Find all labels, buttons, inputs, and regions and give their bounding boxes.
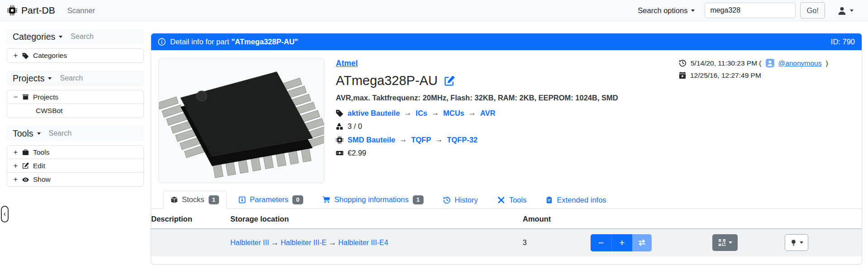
part-info: Atmel ATmega328P-AU AVR,max. Taktfrequen… <box>336 58 679 183</box>
chip-photo <box>159 58 324 183</box>
archive-icon <box>22 94 29 100</box>
add-stock-button[interactable]: + <box>611 234 632 251</box>
nav-scanner-link[interactable]: Scanner <box>67 6 95 15</box>
tree-item-label: Show <box>33 175 51 184</box>
edit-part-button[interactable] <box>444 76 455 86</box>
expand-icon[interactable]: + <box>13 175 18 184</box>
label-qr-dropdown-button[interactable] <box>712 234 738 251</box>
footprint-link[interactable]: TQFP <box>411 136 431 144</box>
tools-search-input[interactable] <box>48 129 116 138</box>
category-link[interactable]: ICs <box>416 109 428 118</box>
search-options-dropdown[interactable]: Search options <box>635 6 697 15</box>
tree-item-label: CWSBot <box>36 107 62 115</box>
arrow-right-icon: → <box>329 238 336 247</box>
tag-icon <box>336 109 343 117</box>
tab-extended-infos[interactable]: Extended infos <box>538 191 614 209</box>
tab-parameters[interactable]: Parameters 0 <box>231 191 311 209</box>
tab-shopping-informations[interactable]: Shopping informations 1 <box>315 191 431 209</box>
footprint-link[interactable]: SMD Bauteile <box>348 136 395 144</box>
avatar-icon <box>766 59 774 67</box>
go-button[interactable]: Go! <box>800 2 825 19</box>
user-menu-dropdown[interactable] <box>835 5 856 16</box>
caret-down-icon <box>59 36 62 38</box>
categories-search-input[interactable] <box>70 32 138 41</box>
swap-arrows-icon <box>638 238 646 247</box>
tab-badge: 1 <box>209 195 219 204</box>
tab-history[interactable]: History <box>435 191 486 209</box>
tab-label: History <box>455 196 478 204</box>
storage-location-link[interactable]: Halbleiter III-E4 <box>339 239 388 246</box>
modified-by-link[interactable]: @anonymous <box>778 59 822 67</box>
created-text: 12/25/16, 12:27:49 PM <box>690 71 761 80</box>
tree-item-cwsbot[interactable]: CWSBot <box>7 104 143 118</box>
collapse-minus-icon[interactable]: − <box>13 93 18 101</box>
sidebar-collapse-handle[interactable]: ‹ <box>1 206 9 222</box>
manufacturer-link[interactable]: Atmel <box>336 59 358 68</box>
price-row: €2.99 <box>336 149 679 157</box>
tree-item-label: Categories <box>33 52 67 60</box>
app-brand[interactable]: Part-DB <box>7 5 55 16</box>
part-image[interactable] <box>158 58 324 183</box>
tree-item-projects[interactable]: − Projects <box>7 90 143 104</box>
part-detail-body: Atmel ATmega328P-AU AVR,max. Taktfrequen… <box>151 50 862 183</box>
stock-description-cell <box>151 229 230 256</box>
shapes-icon <box>336 123 343 130</box>
clock-history-icon <box>443 196 451 204</box>
led-locate-dropdown-button[interactable] <box>785 234 808 251</box>
tree-item-categories[interactable]: + Categories <box>7 49 143 62</box>
expand-icon[interactable]: + <box>13 52 18 60</box>
caret-down-icon <box>691 9 695 12</box>
gauge-icon <box>238 196 246 203</box>
tree-item-tools[interactable]: + Tools <box>7 146 143 159</box>
projects-dropdown[interactable]: Projects <box>13 73 52 84</box>
lightbulb-icon <box>790 239 797 246</box>
last-modified-text: 5/14/20, 11:30:23 PM ( <box>691 59 762 67</box>
last-modified-suffix: ) <box>825 59 828 67</box>
expand-icon[interactable]: + <box>13 148 18 156</box>
stock-row: Halbleiter III → Halbleiter III-E → Halb… <box>151 229 862 256</box>
tab-tools[interactable]: Tools <box>490 191 534 209</box>
tools-dropdown[interactable]: Tools <box>13 128 41 139</box>
storage-location-link[interactable]: Halbleiter III <box>230 239 269 246</box>
tools-title: Tools <box>13 128 33 139</box>
category-link[interactable]: aktive Bauteile <box>348 109 400 118</box>
sidebar: Categories + Categories Projects − Pr <box>0 21 151 265</box>
stock-table: Description Storage location Amount Halb… <box>151 209 862 256</box>
expand-icon[interactable]: + <box>13 162 18 170</box>
clock-history-icon <box>679 59 687 67</box>
footprint-link[interactable]: TQFP-32 <box>447 136 477 144</box>
tree-item-show[interactable]: + Show <box>7 173 143 186</box>
category-link[interactable]: MCUs <box>443 109 464 118</box>
sidebar-section-tools-header: Tools <box>7 126 144 141</box>
part-dates: 5/14/20, 11:30:23 PM ( @anonymous ) 12/2… <box>679 58 854 183</box>
arrow-right-icon: → <box>399 135 407 144</box>
column-storage-location: Storage location <box>230 209 523 229</box>
move-stock-button[interactable] <box>632 234 652 251</box>
caret-down-icon <box>48 77 52 80</box>
part-detail-header: Detail info for part "ATmega328P-AU" ID:… <box>151 33 862 50</box>
calendar-plus-icon <box>679 72 686 79</box>
tab-label: Tools <box>509 196 527 204</box>
part-tabs: Stocks 1 Parameters 0 Shopping informati… <box>151 191 862 209</box>
info-circle-icon <box>158 38 166 46</box>
tree-item-edit[interactable]: + Edit <box>7 159 143 173</box>
projects-search-input[interactable] <box>59 74 127 83</box>
search-input[interactable] <box>705 3 796 18</box>
last-modified-row: 5/14/20, 11:30:23 PM ( @anonymous ) <box>679 59 854 67</box>
withdraw-stock-button[interactable]: − <box>591 234 611 251</box>
top-navbar: Part-DB Scanner Search options Go! <box>0 0 868 21</box>
person-icon <box>837 6 847 15</box>
column-amount: Amount <box>523 209 591 229</box>
category-link[interactable]: AVR <box>480 109 496 118</box>
categories-dropdown[interactable]: Categories <box>13 32 62 42</box>
arrow-right-icon: → <box>271 238 279 247</box>
tab-label: Parameters <box>250 195 288 204</box>
tab-label: Extended infos <box>557 196 606 204</box>
stock-table-header-row: Description Storage location Amount <box>151 209 862 229</box>
storage-location-link[interactable]: Halbleiter III-E <box>281 239 326 246</box>
tab-label: Shopping informations <box>334 195 409 204</box>
tab-stocks[interactable]: Stocks 1 <box>163 191 227 209</box>
category-row: aktive Bauteile → ICs → MCUs → AVR <box>336 109 679 118</box>
qr-code-icon <box>718 239 726 246</box>
cpu-icon <box>7 5 17 15</box>
